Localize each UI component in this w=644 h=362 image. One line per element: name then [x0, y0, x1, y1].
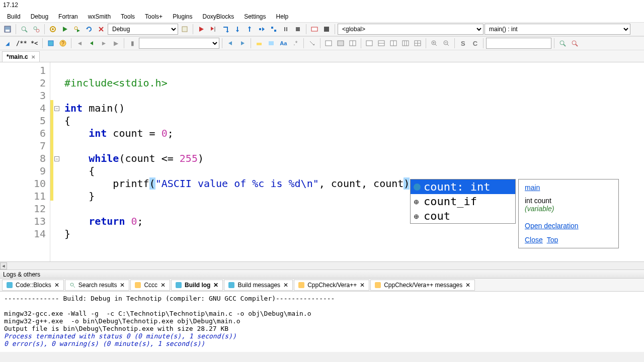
log-tab-cccc[interactable]: Cccc✕: [130, 280, 170, 291]
tab-close-icon[interactable]: ✕: [360, 282, 365, 289]
menu-help[interactable]: Help: [271, 11, 294, 21]
menu-settings[interactable]: Settings: [239, 11, 271, 21]
highlight-icon[interactable]: [254, 38, 265, 49]
menu-build[interactable]: Build: [2, 11, 26, 21]
build-icon[interactable]: [47, 24, 58, 35]
fold-gutter[interactable]: −−: [53, 62, 60, 261]
fold-icon[interactable]: −: [54, 106, 59, 111]
case-icon[interactable]: Aa: [278, 38, 289, 49]
run-icon[interactable]: [59, 24, 70, 35]
debug-run-icon[interactable]: [196, 24, 207, 35]
regex-icon[interactable]: .*: [290, 38, 301, 49]
tab-main-c[interactable]: *main.c ✕: [2, 51, 40, 62]
svg-line-67: [576, 44, 578, 46]
tab-close-icon[interactable]: ✕: [283, 282, 288, 289]
tooltip-top-link[interactable]: Top: [547, 236, 558, 244]
tooltip-main-link[interactable]: main: [525, 184, 540, 192]
scroll-left-icon[interactable]: ◄: [0, 262, 7, 269]
nav-back-icon[interactable]: [225, 38, 236, 49]
s-icon[interactable]: S: [457, 38, 468, 49]
step-into-icon[interactable]: [232, 24, 243, 35]
next-line-icon[interactable]: [220, 24, 231, 35]
autocomplete-item[interactable]: ⊕ cout: [411, 209, 515, 223]
search-go-icon[interactable]: [557, 38, 568, 49]
autocomplete-item[interactable]: ⊕ count_if: [411, 194, 515, 209]
break-icon[interactable]: [280, 24, 291, 35]
split3-icon[interactable]: [388, 38, 399, 49]
back-icon[interactable]: [86, 38, 97, 49]
editor-h-scrollbar[interactable]: ◄: [0, 261, 644, 269]
autocomplete-popup[interactable]: count: int ⊕ count_if ⊕ cout: [410, 179, 516, 224]
selection-icon[interactable]: [266, 38, 277, 49]
autocomplete-item[interactable]: count: int: [411, 179, 515, 194]
run-to-cursor-icon[interactable]: [208, 24, 219, 35]
save-icon[interactable]: [2, 24, 13, 35]
scope-combo[interactable]: <global>: [338, 24, 484, 35]
menu-tools-plus[interactable]: Tools+: [140, 11, 168, 21]
doxy-help-icon[interactable]: ?: [57, 38, 68, 49]
split5-icon[interactable]: [412, 38, 423, 49]
comment-icon[interactable]: ◢: [2, 38, 13, 49]
rebuild-icon[interactable]: [84, 24, 95, 35]
menu-doxyblocks[interactable]: DoxyBlocks: [198, 11, 239, 21]
fold-icon[interactable]: −: [54, 156, 59, 161]
next-instr-icon[interactable]: [256, 24, 267, 35]
doxy-run-icon[interactable]: [45, 38, 56, 49]
find-icon[interactable]: [19, 24, 30, 35]
symbol-combo[interactable]: main() : int: [485, 24, 630, 35]
svg-rect-26: [274, 30, 276, 32]
zoom-out-icon[interactable]: [441, 38, 452, 49]
menu-debug[interactable]: Debug: [26, 11, 53, 21]
win2-icon[interactable]: [335, 38, 346, 49]
tab-close-icon[interactable]: ✕: [213, 282, 218, 289]
log-tab-codeblocks[interactable]: Code::Blocks✕: [2, 280, 64, 291]
tooltip-close-link[interactable]: Close: [525, 236, 543, 244]
target-select-icon[interactable]: [179, 24, 190, 35]
tooltip-open-decl-link[interactable]: Open declaration: [525, 222, 579, 230]
win3-icon[interactable]: [347, 38, 358, 49]
search-input[interactable]: [486, 38, 551, 49]
abort-icon[interactable]: [96, 24, 107, 35]
debug-windows-icon[interactable]: [309, 24, 320, 35]
step-out-icon[interactable]: [244, 24, 255, 35]
split4-icon[interactable]: [400, 38, 411, 49]
tab-close-icon[interactable]: ✕: [120, 282, 125, 289]
stop-debug-icon[interactable]: [292, 24, 303, 35]
prev-icon[interactable]: ◄: [74, 38, 85, 49]
log-tab-cppcheck-msgs[interactable]: CppCheck/Vera++ messages✕: [370, 280, 475, 291]
split2-icon[interactable]: [376, 38, 387, 49]
select-icon[interactable]: ▮: [127, 38, 138, 49]
jump-combo[interactable]: [139, 38, 219, 49]
forward-icon[interactable]: ►: [98, 38, 109, 49]
svg-point-64: [560, 41, 564, 45]
split1-icon[interactable]: [364, 38, 375, 49]
log-tab-build-msgs[interactable]: Build messages✕: [224, 280, 293, 291]
tab-close-icon[interactable]: ✕: [160, 282, 166, 289]
tab-close-icon[interactable]: ✕: [54, 282, 59, 289]
log-tab-build-log[interactable]: Build log✕: [171, 280, 223, 291]
build-log-output[interactable]: -------------- Build: Debug in Technotip…: [0, 292, 644, 352]
step-instr-icon[interactable]: [268, 24, 279, 35]
info-icon[interactable]: [321, 24, 332, 35]
tab-close-icon[interactable]: ✕: [465, 282, 470, 289]
menu-tools[interactable]: Tools: [116, 11, 140, 21]
menu-wxsmith[interactable]: wxSmith: [83, 11, 116, 21]
win1-icon[interactable]: [323, 38, 334, 49]
c-icon[interactable]: C: [469, 38, 480, 49]
log-tab-search[interactable]: Search results✕: [65, 280, 130, 291]
zoom-in-icon[interactable]: [429, 38, 440, 49]
find-replace-icon[interactable]: [31, 24, 42, 35]
search-icon: [69, 282, 75, 288]
search-options-icon[interactable]: [569, 38, 580, 49]
logs-header[interactable]: Logs & others: [0, 269, 644, 279]
menu-fortran[interactable]: Fortran: [53, 11, 83, 21]
log-tab-cppcheck[interactable]: CppCheck/Vera++✕: [294, 280, 369, 291]
next-icon[interactable]: ▶: [110, 38, 121, 49]
tab-close-icon[interactable]: ✕: [31, 54, 35, 60]
nav-fwd-icon[interactable]: [237, 38, 248, 49]
code-editor[interactable]: 1234567891011121314 −− #include<stdio.h>…: [0, 62, 644, 261]
build-target-combo[interactable]: Debug: [108, 24, 178, 35]
build-run-icon[interactable]: [71, 24, 83, 35]
menu-plugins[interactable]: Plugins: [168, 11, 197, 21]
cursor-icon[interactable]: [306, 38, 317, 49]
